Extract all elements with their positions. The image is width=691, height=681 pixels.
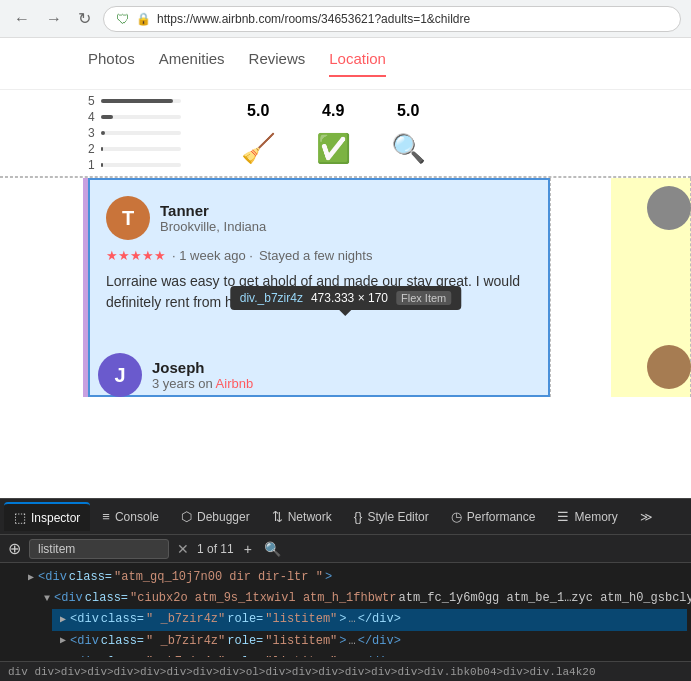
attr-val-3: " _b7zir4z" [146, 610, 225, 629]
performance-icon: ◷ [451, 509, 462, 524]
tag-end-4: </div> [358, 632, 401, 651]
reviewer-header-tanner: T Tanner Brookville, Indiana [106, 196, 532, 240]
tooltip-flex-badge: Flex Item [396, 291, 451, 305]
shield-icon: 🛡 [116, 11, 130, 27]
refresh-button[interactable]: ↻ [74, 7, 95, 30]
search-clear-button[interactable]: ✕ [177, 541, 189, 557]
rating-row-1: 1 [88, 158, 181, 172]
status-bar-text: div div>div>div>div>div>div>div>div>ol>d… [8, 666, 596, 678]
html-tree-panel: ▶ <div class="atm_gq_10j7n00 dir dir-ltr… [0, 567, 691, 657]
tag-open-4: <div [70, 632, 99, 651]
rating-num-4: 4 [88, 110, 95, 124]
devtools-tab-debugger[interactable]: ⬡ Debugger [171, 503, 260, 530]
url-text: https://www.airbnb.com/rooms/34653621?ad… [157, 12, 470, 26]
attr-val-1: "atm_gq_10j7n00 dir dir-ltr " [114, 568, 323, 587]
rating-scores: 5.0 🧹 4.9 ✅ 5.0 🔍 [241, 94, 426, 172]
tag-open-3: <div [70, 610, 99, 629]
rating-col-3: 5.0 🔍 [391, 102, 426, 165]
score-1: 5.0 [247, 102, 269, 120]
reviewer-name-tanner: Tanner [160, 202, 266, 219]
review-card-joseph: J Joseph 3 years on Airbnb [88, 343, 263, 397]
inspector-label: Inspector [31, 511, 80, 525]
devtools-tab-performance[interactable]: ◷ Performance [441, 503, 546, 530]
attr-wrap-2: atm_fc_1y6m0gg atm_be_1…zyc atm_h0_gsbcl… [399, 589, 692, 608]
search-prev-button[interactable]: + [242, 539, 254, 559]
tooltip-class: div._b7zir4z [240, 291, 303, 305]
console-icon: ≡ [102, 509, 110, 524]
reviewer-location-joseph: 3 years on Airbnb [152, 376, 253, 391]
more-icon: ≫ [640, 510, 653, 524]
tag-close-1: > [325, 568, 332, 587]
devtools-tab-memory[interactable]: ☰ Memory [547, 503, 627, 530]
tree-line-2: ▼ <div class="ciubx2o atm_9s_1txwivl atm… [36, 588, 687, 609]
rating-num-2: 2 [88, 142, 95, 156]
tag-2: <div [54, 589, 83, 608]
reviewer-name-joseph: Joseph [152, 359, 253, 376]
check-icon: ✅ [316, 132, 351, 165]
attr-role-val-4: "listitem" [265, 632, 337, 651]
tag-end-3: </div> [358, 610, 401, 629]
attr-val-2: "ciubx2o atm_9s_1txwivl atm_h_1fhbwtr [130, 589, 396, 608]
pick-element-icon[interactable]: ⊕ [8, 539, 21, 558]
attr-role-4: role= [227, 632, 263, 651]
search-input[interactable] [29, 539, 169, 559]
browser-chrome: ← → ↻ 🛡 🔒 https://www.airbnb.com/rooms/3… [0, 0, 691, 38]
triangle-1[interactable]: ▶ [28, 570, 34, 586]
tag-close-5: > [339, 653, 346, 657]
attr-role-val-5: "listitem" [265, 653, 337, 657]
ellipsis-3: … [349, 610, 356, 629]
tab-location[interactable]: Location [329, 50, 386, 77]
memory-label: Memory [574, 510, 617, 524]
review-meta-tanner: ★★★★★ · 1 week ago · Stayed a few nights [106, 248, 532, 263]
devtools-tab-more[interactable]: ≫ [630, 504, 663, 530]
devtools-tab-network[interactable]: ⇅ Network [262, 503, 342, 530]
triangle-2[interactable]: ▼ [44, 591, 50, 607]
devtools-tab-console[interactable]: ≡ Console [92, 503, 169, 530]
back-button[interactable]: ← [10, 8, 34, 30]
reviewer-location-tanner: Brookville, Indiana [160, 219, 266, 234]
attr-class-2: class= [85, 589, 128, 608]
network-label: Network [288, 510, 332, 524]
rating-row-5: 5 [88, 94, 181, 108]
tab-amenities[interactable]: Amenities [159, 50, 225, 77]
rating-num-5: 5 [88, 94, 95, 108]
network-icon: ⇅ [272, 509, 283, 524]
search-next-button[interactable]: 🔍 [262, 539, 283, 559]
review-stay-tanner: Stayed a few nights [259, 248, 372, 263]
debugger-icon: ⬡ [181, 509, 192, 524]
page-tabs: Photos Amenities Reviews Location [0, 38, 691, 90]
ellipsis-5: … [349, 653, 356, 657]
devtools-panel: ⬚ Inspector ≡ Console ⬡ Debugger ⇅ Netwo… [0, 498, 691, 681]
triangle-4[interactable]: ▶ [60, 633, 66, 649]
rating-col-1: 5.0 🧹 [241, 102, 276, 165]
avatar-joseph: J [98, 353, 142, 397]
memory-icon: ☰ [557, 509, 569, 524]
tab-photos[interactable]: Photos [88, 50, 135, 77]
address-bar[interactable]: 🛡 🔒 https://www.airbnb.com/rooms/3465362… [103, 6, 681, 32]
rating-bars: 5 4 3 2 1 [88, 94, 181, 172]
avatar-tanner: T [106, 196, 150, 240]
triangle-3[interactable]: ▶ [60, 612, 66, 628]
forward-button[interactable]: → [42, 8, 66, 30]
score-3: 5.0 [397, 102, 419, 120]
devtools-html-tree: ▶ <div class="atm_gq_10j7n00 dir dir-ltr… [0, 563, 691, 661]
triangle-5[interactable]: ▶ [60, 654, 66, 657]
tree-line-3[interactable]: ▶ <div class=" _b7zir4z" role="listitem"… [52, 609, 687, 630]
devtools-toolbar: ⊕ ✕ 1 of 11 + 🔍 [0, 535, 691, 563]
tag-open-5: <div [70, 653, 99, 657]
devtools-tab-style-editor[interactable]: {} Style Editor [344, 503, 439, 530]
tree-line-5: ▶ <div class=" _b7zir4z" role="listitem"… [52, 652, 687, 657]
rating-num-1: 1 [88, 158, 95, 172]
rating-col-2: 4.9 ✅ [316, 102, 351, 165]
avatar-partial-right [647, 186, 691, 230]
attr-role-3: role= [227, 610, 263, 629]
tag-close-3: > [339, 610, 346, 629]
attr-class-3: class= [101, 610, 144, 629]
attr-class-4: class= [101, 632, 144, 651]
avatar-partial-right-2 [647, 345, 691, 389]
attr-role-5: role= [227, 653, 263, 657]
tab-reviews[interactable]: Reviews [249, 50, 306, 77]
devtools-tab-inspector[interactable]: ⬚ Inspector [4, 502, 90, 531]
debugger-label: Debugger [197, 510, 250, 524]
rating-num-3: 3 [88, 126, 95, 140]
